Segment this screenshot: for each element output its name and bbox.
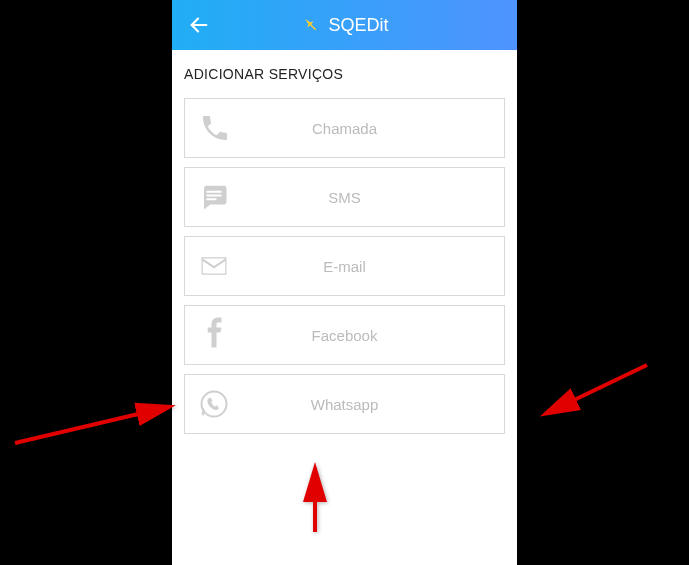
- svg-line-7: [15, 407, 168, 443]
- sms-icon: [199, 182, 235, 212]
- svg-rect-3: [207, 195, 222, 197]
- whatsapp-icon: [199, 389, 235, 419]
- service-label: E-mail: [235, 258, 490, 275]
- app-screen: SQEDit ADICIONAR SERVIÇOS Chamada: [172, 0, 517, 565]
- phone-icon: [199, 112, 235, 144]
- service-label: Whatsapp: [235, 396, 490, 413]
- section-heading: ADICIONAR SERVIÇOS: [184, 66, 505, 82]
- service-item-email[interactable]: E-mail: [184, 236, 505, 296]
- app-header: SQEDit: [172, 0, 517, 50]
- pin-icon: [300, 15, 320, 35]
- svg-rect-4: [207, 198, 217, 200]
- facebook-icon: [199, 317, 235, 353]
- service-item-whatsapp[interactable]: Whatsapp: [184, 374, 505, 434]
- service-list: Chamada SMS: [184, 98, 505, 434]
- svg-point-5: [202, 392, 227, 417]
- back-arrow-icon[interactable]: [188, 14, 210, 36]
- service-label: Facebook: [235, 327, 490, 344]
- service-item-sms[interactable]: SMS: [184, 167, 505, 227]
- header-title: SQEDit: [300, 15, 388, 36]
- svg-rect-2: [207, 191, 222, 193]
- service-label: Chamada: [235, 120, 490, 137]
- content-area: ADICIONAR SERVIÇOS Chamada: [172, 50, 517, 450]
- app-title: SQEDit: [328, 15, 388, 36]
- svg-rect-1: [309, 24, 315, 30]
- service-item-facebook[interactable]: Facebook: [184, 305, 505, 365]
- annotation-arrow-left: [10, 395, 180, 454]
- service-item-chamada[interactable]: Chamada: [184, 98, 505, 158]
- annotation-arrow-right: [535, 355, 655, 429]
- service-label: SMS: [235, 189, 490, 206]
- email-icon: [199, 251, 235, 281]
- svg-line-9: [547, 365, 647, 413]
